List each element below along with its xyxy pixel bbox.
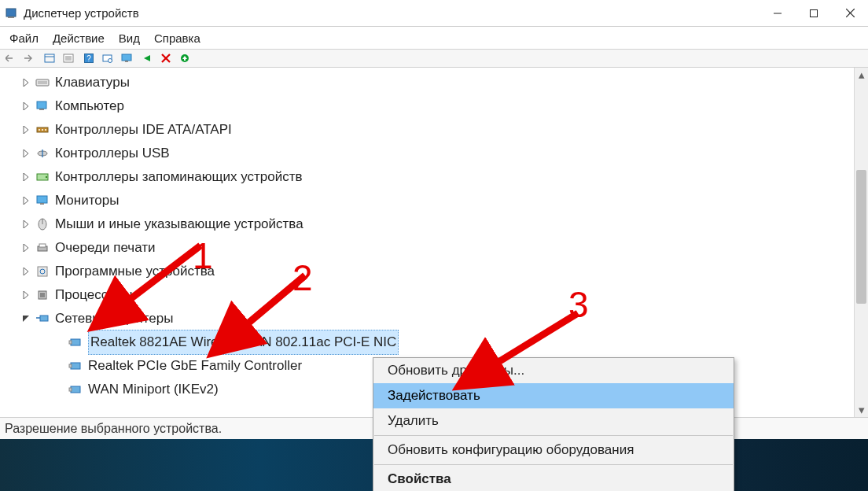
svg-rect-42 xyxy=(40,293,45,297)
mouse-icon xyxy=(35,216,50,232)
annotation-number-2: 2 xyxy=(292,257,313,299)
expand-toggle[interactable] xyxy=(19,220,33,228)
tree-category[interactable]: Контроллеры запоминающих устройств xyxy=(5,165,854,189)
svg-line-52 xyxy=(464,313,578,383)
close-button[interactable] xyxy=(832,0,868,27)
context-menu-item[interactable]: Удалить xyxy=(373,408,734,434)
minimize-button[interactable] xyxy=(760,0,796,27)
svg-rect-46 xyxy=(71,363,80,369)
nic-icon xyxy=(68,358,83,374)
svg-rect-0 xyxy=(6,9,16,17)
software-icon xyxy=(35,264,50,279)
update-button[interactable] xyxy=(176,50,193,66)
svg-point-27 xyxy=(39,129,40,131)
svg-line-50 xyxy=(98,246,200,323)
svg-rect-48 xyxy=(71,386,80,393)
svg-rect-3 xyxy=(811,9,818,17)
usb-icon xyxy=(35,146,50,161)
svg-rect-21 xyxy=(36,79,49,86)
tree-item-label: WAN Miniport (IKEv2) xyxy=(88,378,219,401)
expand-toggle[interactable] xyxy=(19,315,33,323)
computer-icon xyxy=(35,98,50,114)
tree-item-label: Клавиатуры xyxy=(55,71,130,94)
svg-rect-38 xyxy=(39,244,46,247)
expand-toggle[interactable] xyxy=(19,173,33,181)
window-title: Диспетчер устройств xyxy=(24,6,760,20)
properties-button[interactable] xyxy=(60,50,77,66)
svg-rect-45 xyxy=(69,341,72,344)
tree-item-label: Компьютер xyxy=(55,94,124,118)
svg-point-15 xyxy=(108,59,112,63)
expand-toggle[interactable] xyxy=(19,244,33,252)
help-button[interactable]: ? xyxy=(80,50,97,66)
svg-rect-1 xyxy=(8,17,14,18)
svg-rect-16 xyxy=(122,54,131,61)
svg-point-32 xyxy=(46,176,47,178)
svg-rect-49 xyxy=(69,388,72,391)
scroll-down-button[interactable]: ▾ xyxy=(855,403,868,417)
nic-icon xyxy=(68,382,83,397)
menu-file[interactable]: Файл xyxy=(3,29,45,47)
expand-toggle[interactable] xyxy=(19,79,33,87)
menu-view[interactable]: Вид xyxy=(112,29,146,47)
tree-category[interactable]: Клавиатуры xyxy=(5,71,854,94)
app-icon xyxy=(5,7,17,20)
tree-category[interactable]: Мыши и иные указывающие устройства xyxy=(5,212,854,236)
menubar: Файл Действие Вид Справка xyxy=(0,27,868,49)
disable-button[interactable] xyxy=(157,50,175,66)
menu-help[interactable]: Справка xyxy=(148,29,207,47)
tree-item-label: Мониторы xyxy=(55,189,119,212)
expand-toggle[interactable] xyxy=(19,102,33,110)
tree-category[interactable]: Мониторы xyxy=(5,189,854,212)
scrollbar[interactable]: ▴ ▾ xyxy=(854,68,868,417)
context-menu-item[interactable]: Обновить конфигурацию оборудования xyxy=(373,437,734,463)
svg-line-5 xyxy=(846,9,855,17)
tree-item-label: Контроллеры запоминающих устройств xyxy=(55,165,302,189)
svg-rect-25 xyxy=(39,109,44,110)
scroll-up-button[interactable]: ▴ xyxy=(855,68,868,82)
monitor-icon xyxy=(35,193,50,209)
enable-button[interactable] xyxy=(138,50,156,66)
svg-rect-34 xyxy=(40,203,44,205)
monitor-button[interactable] xyxy=(118,50,135,66)
svg-rect-44 xyxy=(71,339,80,345)
back-button[interactable] xyxy=(2,50,19,66)
context-menu-item[interactable]: Свойства xyxy=(373,467,734,491)
svg-point-29 xyxy=(45,129,46,131)
tree-category[interactable]: Контроллеры USB xyxy=(5,142,854,165)
nic-icon xyxy=(68,334,83,350)
annotation-arrow-1 xyxy=(83,241,208,335)
svg-rect-43 xyxy=(40,316,48,321)
scroll-thumb[interactable] xyxy=(856,170,866,304)
tree-item-label: Мыши и иные указывающие устройства xyxy=(55,212,303,236)
tree-item-label: Контроллеры IDE ATA/ATAPI xyxy=(55,118,232,142)
svg-point-28 xyxy=(42,129,43,131)
menu-action[interactable]: Действие xyxy=(46,29,111,47)
svg-rect-39 xyxy=(38,267,47,276)
svg-rect-33 xyxy=(37,196,47,203)
annotation-number-3: 3 xyxy=(568,283,589,326)
show-hidden-button[interactable] xyxy=(41,50,58,66)
context-menu-separator xyxy=(374,435,733,436)
tree-category[interactable]: Компьютер xyxy=(5,94,854,118)
svg-rect-6 xyxy=(45,54,54,62)
forward-button[interactable] xyxy=(20,50,38,66)
expand-toggle[interactable] xyxy=(19,268,33,275)
cpu-icon xyxy=(35,287,50,303)
status-text: Разрешение выбранного устройства. xyxy=(5,422,222,436)
svg-rect-17 xyxy=(125,61,128,62)
keyboard-icon xyxy=(35,75,50,90)
svg-rect-24 xyxy=(37,102,46,109)
network-icon xyxy=(35,311,50,327)
expand-toggle[interactable] xyxy=(19,197,33,205)
svg-text:?: ? xyxy=(86,54,91,63)
expand-toggle[interactable] xyxy=(19,150,33,157)
expand-toggle[interactable] xyxy=(19,291,33,299)
tree-item-label: Контроллеры USB xyxy=(55,142,170,165)
maximize-button[interactable] xyxy=(796,0,832,27)
tree-category[interactable]: Контроллеры IDE ATA/ATAPI xyxy=(5,118,854,142)
scan-button[interactable] xyxy=(99,50,116,66)
annotation-number-1: 1 xyxy=(193,234,213,277)
storage-icon xyxy=(35,169,50,185)
expand-toggle[interactable] xyxy=(19,126,33,134)
